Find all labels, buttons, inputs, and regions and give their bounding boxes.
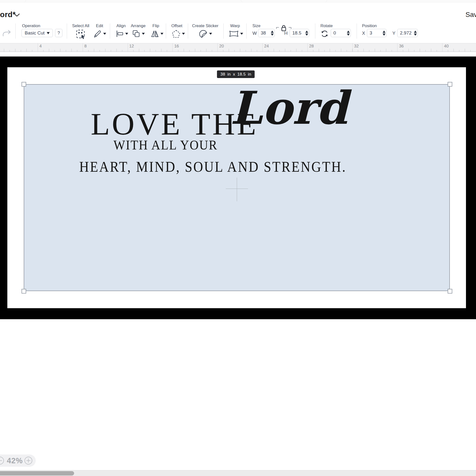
horizontal-scrollbar-track[interactable] — [0, 470, 476, 476]
select-all-label: Select All — [72, 23, 89, 28]
selection-handle-top-right[interactable] — [448, 82, 452, 86]
offset-button[interactable] — [172, 30, 181, 38]
ruler-ticks: 481216202428323640 — [0, 43, 476, 51]
operation-label: Operation — [22, 23, 40, 28]
design-text-line2: WITH ALL YOUR — [114, 137, 218, 153]
selection-handle-bottom-right[interactable] — [448, 289, 452, 293]
header-bar: ord* Save — [0, 2, 476, 21]
edit-button[interactable] — [93, 30, 102, 38]
selection-size-badge: 38 in x 18.5 in — [217, 70, 255, 78]
arrange-caret-icon[interactable] — [142, 33, 145, 35]
horizontal-ruler: 481216202428323640 — [0, 43, 476, 52]
size-h-label: H — [284, 31, 288, 36]
size-h-stepper[interactable] — [305, 31, 308, 36]
warp-label: Warp — [230, 23, 240, 28]
arrange-label: Arrange — [131, 23, 146, 28]
position-x-stepper[interactable] — [383, 31, 386, 36]
edit-caret-icon[interactable] — [103, 33, 106, 35]
rotate-icon[interactable] — [321, 30, 329, 38]
top-tab-outline — [0, 0, 26, 2]
edit-label: Edit — [96, 23, 103, 28]
browser-top-strip — [0, 0, 476, 2]
position-y-stepper[interactable] — [414, 31, 417, 36]
design-text-script: Lord — [230, 81, 348, 135]
align-button[interactable] — [116, 30, 124, 38]
size-w-label: W — [253, 31, 257, 36]
chevron-down-icon[interactable] — [14, 13, 20, 18]
align-caret-icon[interactable] — [125, 33, 128, 35]
size-lock-icon[interactable] — [276, 25, 291, 32]
selection-handle-bottom-left[interactable] — [21, 289, 26, 293]
document-title: ord* — [0, 10, 16, 19]
zoom-out-button[interactable] — [0, 457, 4, 464]
zoom-control: 42% — [0, 455, 36, 467]
dropdown-caret-icon — [47, 32, 50, 34]
position-label: Position — [362, 23, 377, 28]
rotate-label: Rotate — [321, 23, 333, 28]
save-button[interactable]: Save — [465, 11, 476, 18]
toolbar: Operation Basic Cut ? Select All Edit Al… — [0, 21, 476, 42]
redo-icon[interactable] — [2, 29, 12, 37]
select-all-button[interactable] — [76, 29, 86, 40]
selected-design[interactable]: LOVE THE Lord WITH ALL YOUR HEART, MIND,… — [24, 84, 450, 291]
operation-select[interactable]: Basic Cut — [21, 29, 53, 37]
offset-caret-icon[interactable] — [182, 33, 185, 35]
size-w-stepper[interactable] — [271, 31, 274, 36]
create-sticker-caret-icon[interactable] — [209, 33, 212, 35]
top-tab-outline — [241, 0, 327, 2]
flip-button[interactable] — [151, 30, 159, 38]
rotate-stepper[interactable] — [347, 31, 350, 36]
create-sticker-label: Create Sticker — [192, 23, 219, 28]
flip-caret-icon[interactable] — [160, 33, 163, 35]
position-x-label: X — [362, 31, 365, 36]
warp-caret-icon[interactable] — [240, 33, 243, 35]
operation-help-button[interactable]: ? — [55, 29, 62, 37]
horizontal-scrollbar-thumb[interactable] — [0, 471, 74, 476]
create-sticker-button[interactable] — [199, 30, 208, 38]
zoom-in-button[interactable] — [24, 457, 32, 464]
zoom-level: 42% — [7, 457, 23, 465]
selection-center-crosshair — [226, 188, 248, 189]
arrange-button[interactable] — [132, 30, 140, 38]
offset-label: Offset — [171, 23, 182, 28]
operation-value: Basic Cut — [25, 30, 45, 36]
flip-label: Flip — [153, 23, 159, 28]
selection-handle-top-left[interactable] — [21, 82, 26, 86]
position-y-label: Y — [392, 31, 395, 36]
selection-center-crosshair — [237, 178, 237, 201]
align-label: Align — [117, 23, 126, 28]
warp-button[interactable] — [229, 30, 239, 37]
design-text-line3: HEART, MIND, SOUL AND STRENGTH. — [79, 158, 346, 175]
size-label: Size — [253, 23, 260, 28]
